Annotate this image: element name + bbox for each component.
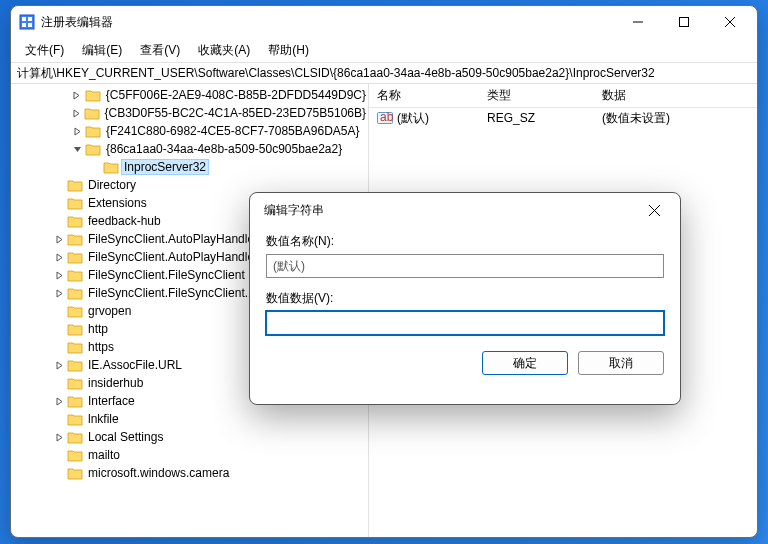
tree-label: grvopen	[86, 304, 133, 318]
tree-label: mailto	[86, 448, 122, 462]
folder-icon	[67, 358, 83, 372]
list-header: 名称 类型 数据	[369, 84, 757, 108]
tree-label: FileSyncClient.FileSyncClient.1	[86, 286, 257, 300]
tree-label: Interface	[86, 394, 137, 408]
tree-label: lnkfile	[86, 412, 121, 426]
minimize-button[interactable]	[615, 7, 661, 37]
chevron-right-icon[interactable]	[69, 127, 85, 136]
tree-label: microsoft.windows.camera	[86, 466, 231, 480]
value-data: (数值未设置)	[594, 110, 757, 127]
tree-node[interactable]: {F241C880-6982-4CE5-8CF7-7085BA96DA5A}	[11, 122, 368, 140]
folder-icon	[103, 160, 119, 174]
folder-icon	[67, 268, 83, 282]
chevron-right-icon[interactable]	[69, 91, 85, 100]
svg-text:ab: ab	[380, 111, 393, 124]
tree-node[interactable]: {C5FF006E-2AE9-408C-B85B-2DFDD5449D9C}	[11, 86, 368, 104]
menu-help[interactable]: 帮助(H)	[260, 40, 317, 61]
folder-icon	[85, 124, 101, 138]
value-data-label: 数值数据(V):	[266, 290, 664, 307]
col-type[interactable]: 类型	[479, 87, 594, 104]
folder-icon	[67, 196, 83, 210]
tree-label: Directory	[86, 178, 138, 192]
svg-rect-4	[28, 23, 32, 27]
tree-label: InprocServer32	[122, 160, 208, 174]
tree-node[interactable]: lnkfile	[11, 410, 368, 428]
window-title: 注册表编辑器	[41, 14, 113, 31]
tree-label: {F241C880-6982-4CE5-8CF7-7085BA96DA5A}	[104, 124, 362, 138]
menu-view[interactable]: 查看(V)	[132, 40, 188, 61]
ok-button[interactable]: 确定	[482, 351, 568, 375]
tree-node[interactable]: Local Settings	[11, 428, 368, 446]
folder-icon	[67, 394, 83, 408]
tree-label: {C5FF006E-2AE9-408C-B85B-2DFDD5449D9C}	[104, 88, 368, 102]
folder-icon	[67, 448, 83, 462]
value-name: (默认)	[397, 110, 429, 127]
folder-icon	[67, 376, 83, 390]
folder-icon	[67, 466, 83, 480]
folder-icon	[67, 214, 83, 228]
dialog-titlebar: 编辑字符串	[250, 193, 680, 227]
close-button[interactable]	[707, 7, 753, 37]
dialog-close-button[interactable]	[634, 196, 674, 224]
tree-node[interactable]: InprocServer32	[11, 158, 368, 176]
chevron-right-icon[interactable]	[51, 253, 67, 262]
chevron-right-icon[interactable]	[51, 433, 67, 442]
folder-icon	[67, 340, 83, 354]
folder-icon	[67, 232, 83, 246]
folder-icon	[67, 286, 83, 300]
tree-node[interactable]: microsoft.windows.camera	[11, 464, 368, 482]
tree-label: feedback-hub	[86, 214, 163, 228]
svg-rect-6	[680, 18, 689, 27]
titlebar: 注册表编辑器	[11, 6, 757, 38]
tree-label: FileSyncClient.AutoPlayHandler	[86, 232, 260, 246]
folder-icon	[85, 142, 101, 156]
tree-label: {CB3D0F55-BC2C-4C1A-85ED-23ED75B5106B}	[103, 106, 368, 120]
string-value-icon: ab	[377, 111, 393, 125]
chevron-right-icon[interactable]	[51, 361, 67, 370]
maximize-button[interactable]	[661, 7, 707, 37]
folder-icon	[67, 322, 83, 336]
tree-node[interactable]: {86ca1aa0-34aa-4e8b-a509-50c905bae2a2}	[11, 140, 368, 158]
value-data-input[interactable]	[266, 311, 664, 335]
address-bar[interactable]: 计算机\HKEY_CURRENT_USER\Software\Classes\C…	[11, 62, 757, 84]
app-icon	[19, 14, 35, 30]
svg-rect-2	[28, 17, 32, 21]
menu-edit[interactable]: 编辑(E)	[74, 40, 130, 61]
tree-label: Local Settings	[86, 430, 165, 444]
dialog-title: 编辑字符串	[264, 202, 324, 219]
value-name-input[interactable]	[266, 254, 664, 278]
chevron-right-icon[interactable]	[69, 109, 84, 118]
cancel-button[interactable]: 取消	[578, 351, 664, 375]
edit-string-dialog: 编辑字符串 数值名称(N): 数值数据(V): 确定 取消	[249, 192, 681, 405]
tree-label: insiderhub	[86, 376, 145, 390]
tree-label: IE.AssocFile.URL	[86, 358, 184, 372]
folder-icon	[85, 88, 101, 102]
tree-node[interactable]: mailto	[11, 446, 368, 464]
value-name-label: 数值名称(N):	[266, 233, 664, 250]
svg-rect-1	[22, 17, 26, 21]
tree-label: FileSyncClient.FileSyncClient	[86, 268, 247, 282]
chevron-right-icon[interactable]	[51, 271, 67, 280]
folder-icon	[67, 178, 83, 192]
tree-label: Extensions	[86, 196, 149, 210]
chevron-right-icon[interactable]	[51, 289, 67, 298]
folder-icon	[67, 430, 83, 444]
folder-icon	[67, 412, 83, 426]
chevron-right-icon[interactable]	[51, 235, 67, 244]
menubar: 文件(F) 编辑(E) 查看(V) 收藏夹(A) 帮助(H)	[11, 38, 757, 62]
tree-label: https	[86, 340, 116, 354]
tree-node[interactable]: {CB3D0F55-BC2C-4C1A-85ED-23ED75B5106B}	[11, 104, 368, 122]
chevron-down-icon[interactable]	[69, 145, 85, 154]
chevron-right-icon[interactable]	[51, 397, 67, 406]
menu-favorites[interactable]: 收藏夹(A)	[190, 40, 258, 61]
col-name[interactable]: 名称	[369, 87, 479, 104]
list-row[interactable]: ab(默认)REG_SZ(数值未设置)	[369, 108, 757, 128]
folder-icon	[84, 106, 100, 120]
value-type: REG_SZ	[479, 111, 594, 125]
tree-label: FileSyncClient.AutoPlayHandler	[86, 250, 260, 264]
tree-label: {86ca1aa0-34aa-4e8b-a509-50c905bae2a2}	[104, 142, 344, 156]
menu-file[interactable]: 文件(F)	[17, 40, 72, 61]
svg-rect-3	[22, 23, 26, 27]
col-data[interactable]: 数据	[594, 87, 757, 104]
address-path: 计算机\HKEY_CURRENT_USER\Software\Classes\C…	[17, 65, 655, 82]
